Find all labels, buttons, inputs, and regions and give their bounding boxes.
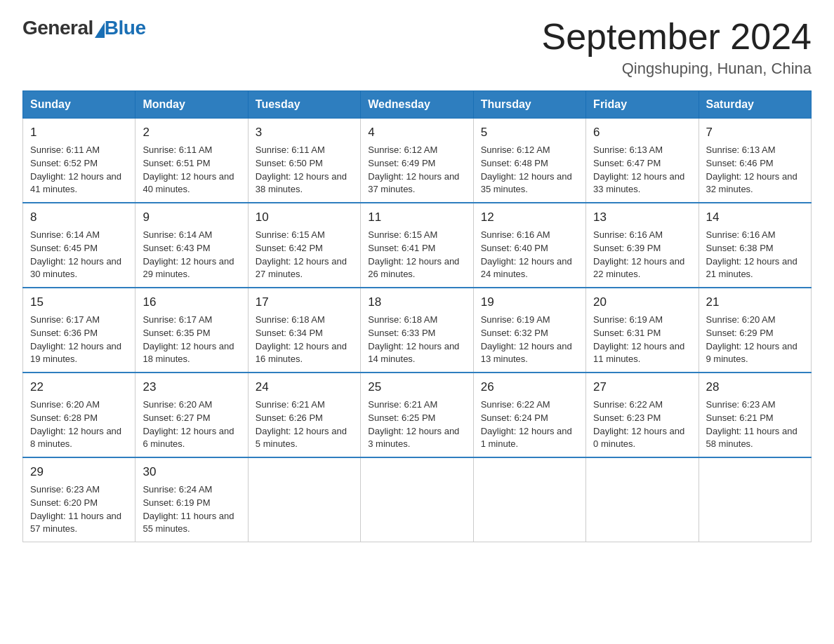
day-number: 25 — [368, 379, 465, 396]
day-number: 13 — [593, 209, 691, 227]
calendar-day-cell: 16Sunrise: 6:17 AMSunset: 6:35 PMDayligh… — [135, 288, 248, 373]
calendar-title: September 2024 — [542, 17, 812, 57]
day-info: Sunrise: 6:20 AMSunset: 6:28 PMDaylight:… — [30, 398, 128, 451]
day-info: Sunrise: 6:12 AMSunset: 6:48 PMDaylight:… — [481, 144, 578, 196]
day-info: Sunrise: 6:16 AMSunset: 6:39 PMDaylight:… — [593, 229, 691, 281]
day-info: Sunrise: 6:24 AMSunset: 6:19 PMDaylight:… — [143, 483, 240, 536]
calendar-week-row: 8Sunrise: 6:14 AMSunset: 6:45 PMDaylight… — [23, 203, 812, 288]
day-number: 28 — [706, 379, 804, 396]
day-number: 27 — [593, 379, 691, 396]
calendar-day-cell: 12Sunrise: 6:16 AMSunset: 6:40 PMDayligh… — [473, 203, 585, 288]
calendar-week-row: 29Sunrise: 6:23 AMSunset: 6:20 PMDayligh… — [23, 457, 812, 542]
calendar-day-cell: 22Sunrise: 6:20 AMSunset: 6:28 PMDayligh… — [23, 373, 135, 457]
calendar-day-cell — [248, 457, 360, 542]
day-info: Sunrise: 6:23 AMSunset: 6:21 PMDaylight:… — [706, 398, 804, 451]
weekday-header-wednesday: Wednesday — [361, 91, 473, 119]
calendar-day-cell — [473, 457, 585, 542]
day-info: Sunrise: 6:22 AMSunset: 6:23 PMDaylight:… — [593, 398, 691, 451]
page-header: General Blue September 2024 Qingshuping,… — [22, 17, 812, 78]
calendar-day-cell: 19Sunrise: 6:19 AMSunset: 6:32 PMDayligh… — [473, 288, 585, 373]
weekday-header-monday: Monday — [135, 91, 248, 119]
day-number: 11 — [368, 209, 465, 227]
day-number: 15 — [30, 294, 128, 311]
day-number: 4 — [368, 124, 465, 142]
day-info: Sunrise: 6:22 AMSunset: 6:24 PMDaylight:… — [481, 398, 578, 451]
day-number: 5 — [481, 124, 578, 142]
day-info: Sunrise: 6:12 AMSunset: 6:49 PMDaylight:… — [368, 144, 465, 196]
day-info: Sunrise: 6:13 AMSunset: 6:47 PMDaylight:… — [593, 144, 691, 196]
calendar-day-cell: 14Sunrise: 6:16 AMSunset: 6:38 PMDayligh… — [699, 203, 811, 288]
day-info: Sunrise: 6:11 AMSunset: 6:52 PMDaylight:… — [30, 144, 128, 196]
day-info: Sunrise: 6:15 AMSunset: 6:41 PMDaylight:… — [368, 229, 465, 281]
day-info: Sunrise: 6:11 AMSunset: 6:50 PMDaylight:… — [256, 144, 353, 196]
calendar-day-cell: 26Sunrise: 6:22 AMSunset: 6:24 PMDayligh… — [473, 373, 585, 457]
day-info: Sunrise: 6:18 AMSunset: 6:33 PMDaylight:… — [368, 314, 465, 366]
day-info: Sunrise: 6:20 AMSunset: 6:27 PMDaylight:… — [143, 398, 240, 451]
day-info: Sunrise: 6:16 AMSunset: 6:40 PMDaylight:… — [481, 229, 578, 281]
calendar-day-cell: 3Sunrise: 6:11 AMSunset: 6:50 PMDaylight… — [248, 119, 360, 203]
day-number: 22 — [30, 379, 128, 396]
logo-blue-part: Blue — [93, 17, 146, 39]
title-area: September 2024 Qingshuping, Hunan, China — [542, 17, 812, 78]
calendar-day-cell: 2Sunrise: 6:11 AMSunset: 6:51 PMDaylight… — [135, 119, 248, 203]
day-number: 30 — [143, 464, 240, 481]
day-number: 1 — [30, 124, 128, 142]
day-number: 6 — [593, 124, 691, 142]
calendar-day-cell: 30Sunrise: 6:24 AMSunset: 6:19 PMDayligh… — [135, 457, 248, 542]
day-info: Sunrise: 6:19 AMSunset: 6:31 PMDaylight:… — [593, 314, 691, 366]
day-number: 19 — [481, 294, 578, 311]
weekday-header-tuesday: Tuesday — [248, 91, 360, 119]
calendar-day-cell — [586, 457, 699, 542]
calendar-day-cell: 1Sunrise: 6:11 AMSunset: 6:52 PMDaylight… — [23, 119, 135, 203]
calendar-day-cell: 15Sunrise: 6:17 AMSunset: 6:36 PMDayligh… — [23, 288, 135, 373]
day-number: 26 — [481, 379, 578, 396]
day-number: 14 — [706, 209, 804, 227]
day-number: 16 — [143, 294, 240, 311]
calendar-day-cell: 6Sunrise: 6:13 AMSunset: 6:47 PMDaylight… — [586, 119, 699, 203]
calendar-day-cell: 21Sunrise: 6:20 AMSunset: 6:29 PMDayligh… — [699, 288, 811, 373]
day-number: 3 — [256, 124, 353, 142]
weekday-header-thursday: Thursday — [473, 91, 585, 119]
calendar-day-cell: 7Sunrise: 6:13 AMSunset: 6:46 PMDaylight… — [699, 119, 811, 203]
calendar-day-cell: 28Sunrise: 6:23 AMSunset: 6:21 PMDayligh… — [699, 373, 811, 457]
day-number: 12 — [481, 209, 578, 227]
calendar-day-cell: 5Sunrise: 6:12 AMSunset: 6:48 PMDaylight… — [473, 119, 585, 203]
calendar-day-cell: 18Sunrise: 6:18 AMSunset: 6:33 PMDayligh… — [361, 288, 473, 373]
calendar-day-cell — [699, 457, 811, 542]
day-info: Sunrise: 6:17 AMSunset: 6:35 PMDaylight:… — [143, 314, 240, 366]
calendar-week-row: 22Sunrise: 6:20 AMSunset: 6:28 PMDayligh… — [23, 373, 812, 457]
calendar-day-cell: 4Sunrise: 6:12 AMSunset: 6:49 PMDaylight… — [361, 119, 473, 203]
logo: General Blue — [22, 17, 145, 39]
calendar-table: SundayMondayTuesdayWednesdayThursdayFrid… — [22, 90, 812, 542]
day-info: Sunrise: 6:23 AMSunset: 6:20 PMDaylight:… — [30, 483, 128, 536]
day-number: 21 — [706, 294, 804, 311]
day-number: 2 — [143, 124, 240, 142]
calendar-day-cell: 20Sunrise: 6:19 AMSunset: 6:31 PMDayligh… — [586, 288, 699, 373]
calendar-day-cell: 13Sunrise: 6:16 AMSunset: 6:39 PMDayligh… — [586, 203, 699, 288]
calendar-day-cell: 24Sunrise: 6:21 AMSunset: 6:26 PMDayligh… — [248, 373, 360, 457]
calendar-day-cell: 23Sunrise: 6:20 AMSunset: 6:27 PMDayligh… — [135, 373, 248, 457]
calendar-week-row: 1Sunrise: 6:11 AMSunset: 6:52 PMDaylight… — [23, 119, 812, 203]
logo-blue-text: Blue — [105, 17, 146, 39]
day-number: 29 — [30, 464, 128, 481]
day-info: Sunrise: 6:13 AMSunset: 6:46 PMDaylight:… — [706, 144, 804, 196]
day-info: Sunrise: 6:20 AMSunset: 6:29 PMDaylight:… — [706, 314, 804, 366]
calendar-day-cell: 17Sunrise: 6:18 AMSunset: 6:34 PMDayligh… — [248, 288, 360, 373]
day-info: Sunrise: 6:16 AMSunset: 6:38 PMDaylight:… — [706, 229, 804, 281]
weekday-header-friday: Friday — [586, 91, 699, 119]
day-number: 17 — [256, 294, 353, 311]
day-info: Sunrise: 6:21 AMSunset: 6:25 PMDaylight:… — [368, 398, 465, 451]
calendar-day-cell: 25Sunrise: 6:21 AMSunset: 6:25 PMDayligh… — [361, 373, 473, 457]
calendar-day-cell: 9Sunrise: 6:14 AMSunset: 6:43 PMDaylight… — [135, 203, 248, 288]
day-number: 24 — [256, 379, 353, 396]
day-info: Sunrise: 6:14 AMSunset: 6:45 PMDaylight:… — [30, 229, 128, 281]
day-info: Sunrise: 6:19 AMSunset: 6:32 PMDaylight:… — [481, 314, 578, 366]
calendar-day-cell: 27Sunrise: 6:22 AMSunset: 6:23 PMDayligh… — [586, 373, 699, 457]
day-info: Sunrise: 6:18 AMSunset: 6:34 PMDaylight:… — [256, 314, 353, 366]
logo-general-text: General — [22, 17, 93, 39]
day-info: Sunrise: 6:17 AMSunset: 6:36 PMDaylight:… — [30, 314, 128, 366]
day-number: 18 — [368, 294, 465, 311]
day-number: 10 — [256, 209, 353, 227]
calendar-day-cell: 8Sunrise: 6:14 AMSunset: 6:45 PMDaylight… — [23, 203, 135, 288]
day-number: 23 — [143, 379, 240, 396]
